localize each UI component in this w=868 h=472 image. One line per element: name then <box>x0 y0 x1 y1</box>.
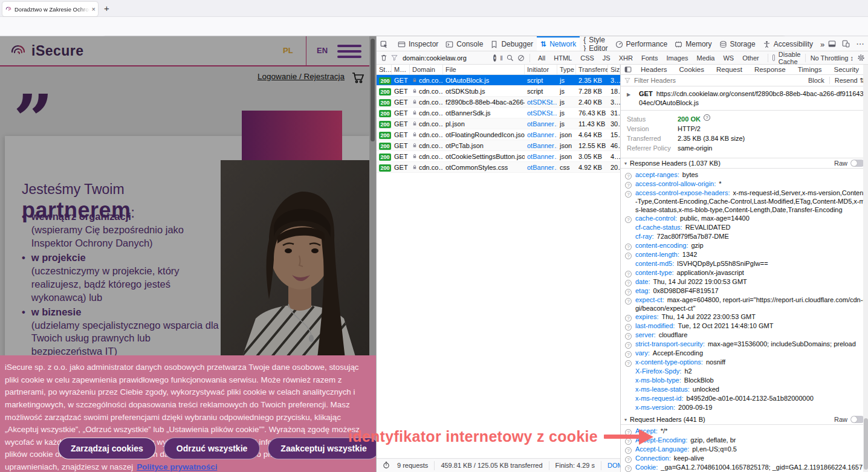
detail-tab-cookies[interactable]: Cookies <box>673 65 710 75</box>
detail-scrollbar-thumb[interactable] <box>864 418 868 470</box>
detail-tab-request[interactable]: Request <box>711 65 748 75</box>
header-row[interactable]: ? cache-control:public, max-age=14400 <box>621 214 868 223</box>
tab-inspector[interactable]: Inspector <box>394 36 442 51</box>
header-info-icon[interactable]: ? <box>625 182 632 189</box>
filter-headers-input[interactable] <box>633 76 806 85</box>
type-filter-pill[interactable]: All <box>534 54 549 62</box>
block-icon[interactable] <box>517 54 525 62</box>
pause-icon[interactable]: ‖ <box>500 54 503 62</box>
request-row[interactable]: 200 GET cdn.co… otCookieSettingsButton.j… <box>377 151 620 162</box>
sidebar-toggle-icon[interactable] <box>624 66 632 73</box>
header-info-icon[interactable]: ? <box>625 298 632 305</box>
initiator-cell[interactable]: script <box>525 75 557 85</box>
tab-accessibility[interactable]: Accessibility <box>759 36 817 51</box>
header-row[interactable]: ? Accept-Encoding:gzip, deflate, br <box>621 436 868 445</box>
header-row[interactable]: ? content-type:application/x-javascript <box>621 268 868 277</box>
header-row[interactable]: ? expires:Thu, 14 Jul 2022 23:00:53 GMT <box>621 312 868 322</box>
column-header[interactable]: Transferred <box>576 65 608 74</box>
type-filter-pill[interactable]: Fonts <box>638 54 662 62</box>
meatball-menu-icon[interactable]: ⋯ <box>856 39 864 48</box>
header-info-icon[interactable]: ? <box>625 253 632 259</box>
request-row[interactable]: 200 GET cdn.co… pl.json otBanner… js 11.… <box>377 118 620 129</box>
header-row[interactable]: ? vary:Accept-Encoding <box>621 349 868 358</box>
initiator-cell[interactable]: otSDKSt… <box>525 97 557 107</box>
initiator-cell[interactable]: otBanner… <box>525 162 557 172</box>
header-info-icon[interactable]: ? <box>625 280 632 286</box>
header-row[interactable]: ? content-md5:lSVHQDp8yLpS5h8SniPgIw== <box>621 259 868 268</box>
initiator-cell[interactable]: otBanner… <box>525 129 557 140</box>
type-filter-pill[interactable]: CSS <box>577 54 598 62</box>
header-row[interactable]: ? expect-ct:max-age=604800, report-uri="… <box>621 296 868 312</box>
tab-debugger[interactable]: Debugger <box>487 36 537 51</box>
column-header[interactable]: St… <box>377 65 392 74</box>
header-row[interactable]: ? x-ms-version:2009-09-19 <box>621 403 868 412</box>
header-info-icon[interactable]: ? <box>625 447 632 454</box>
reject-all-button[interactable]: Odrzuć wszystkie <box>164 438 261 459</box>
tab-memory[interactable]: Memory <box>671 36 715 51</box>
header-row[interactable]: ? Cookie:_ga=GA1.2.704861004.1657825178;… <box>621 463 868 472</box>
header-row[interactable]: ? date:Thu, 14 Jul 2022 19:00:53 GMT <box>621 277 868 286</box>
header-row[interactable]: ? access-control-expose-headers:x-ms-req… <box>621 189 868 214</box>
header-row[interactable]: ? cf-ray:72ac80f79f5a7b87-DME <box>621 232 868 241</box>
header-row[interactable]: ? last-modified:Tue, 12 Oct 2021 14:48:1… <box>621 322 868 331</box>
split-console-icon[interactable] <box>828 40 836 48</box>
header-info-icon[interactable]: ? <box>625 342 632 349</box>
header-info-icon[interactable]: ? <box>625 324 632 331</box>
tab-style-editor[interactable]: { } Style Editor <box>580 36 611 51</box>
response-headers-section[interactable]: ▾ Response Headers (1.037 KB) Raw <box>621 158 868 169</box>
detail-tab-security[interactable]: Security <box>829 65 865 75</box>
detail-tab-timings[interactable]: Timings <box>792 65 828 75</box>
browser-tab[interactable]: Doradztwo w Zakresie Ochrony Dany × <box>2 2 98 16</box>
tab-performance[interactable]: Performance <box>612 36 672 51</box>
header-info-icon[interactable]: ? <box>625 191 632 198</box>
throttling-select[interactable]: No Throttling ↕ <box>811 54 853 62</box>
header-info-icon[interactable]: ? <box>625 271 632 277</box>
tab-console[interactable]: Console <box>442 36 487 51</box>
pick-element-icon[interactable] <box>377 36 392 51</box>
initiator-cell[interactable]: otBanner… <box>525 151 557 161</box>
initiator-cell[interactable]: otBanner… <box>525 118 557 129</box>
request-row[interactable]: 200 GET cdn.co… otPcTab.json otBanner… j… <box>377 140 620 151</box>
header-info-icon[interactable]: ? <box>625 315 632 322</box>
header-info-icon[interactable]: ? <box>625 333 632 340</box>
request-row[interactable]: 200 GET cdn.co… OtAutoBlock.js script js… <box>377 75 620 86</box>
initiator-cell[interactable]: script <box>525 86 557 96</box>
header-info-icon[interactable]: ? <box>625 465 632 472</box>
responsive-mode-icon[interactable] <box>842 40 850 48</box>
request-row[interactable]: 200 GET cdn.co… otBannerSdk.js otSDKSt… … <box>377 108 620 118</box>
type-filter-pill[interactable]: Other <box>739 54 763 62</box>
type-filter-pill[interactable]: Images <box>662 54 691 62</box>
initiator-cell[interactable]: otBanner… <box>525 140 557 150</box>
request-headers-section[interactable]: ▾ Request Headers (441 B) Raw <box>621 415 868 425</box>
detail-tab-headers[interactable]: Headers <box>635 65 672 75</box>
type-filter-pill[interactable]: HTML <box>550 54 575 62</box>
type-filter-pill[interactable]: Media <box>693 54 719 62</box>
resend-button[interactable]: Resend ⇅ <box>835 77 865 85</box>
request-row[interactable]: 200 GET cdn.co… otCommonStyles.css otBan… <box>377 162 620 173</box>
header-row[interactable]: ? accept-ranges:bytes <box>621 170 868 179</box>
header-row[interactable]: ? etag:0x8D98D8F4F819517 <box>621 286 868 296</box>
header-row[interactable]: ? access-control-allow-origin:* <box>621 179 868 189</box>
column-header[interactable]: M… <box>392 65 410 74</box>
column-header[interactable]: File <box>443 65 525 74</box>
column-header[interactable]: Type <box>557 65 576 74</box>
detail-tab-response[interactable]: Response <box>749 65 791 75</box>
request-row[interactable]: 200 GET cdn.co… otSDKStub.js script js 7… <box>377 86 620 97</box>
clear-filter-icon[interactable]: × <box>493 54 496 62</box>
request-filter-input[interactable] <box>401 54 490 62</box>
header-row[interactable]: ? Connection:keep-alive <box>621 454 868 463</box>
request-row[interactable]: 200 GET cdn.co… otFloatingRoundedIcon.js… <box>377 129 620 140</box>
detail-scrollbar[interactable] <box>863 65 868 472</box>
column-header[interactable]: Initiator <box>525 65 557 74</box>
header-info-icon[interactable]: ? <box>625 173 632 179</box>
header-row[interactable]: ? content-length:1342 <box>621 250 868 259</box>
search-icon[interactable] <box>507 54 514 62</box>
header-row[interactable]: ? strict-transport-security:max-age=3153… <box>621 340 868 349</box>
manage-cookies-button[interactable]: Zarządzaj cookies <box>58 438 156 459</box>
header-row[interactable]: ? server:cloudflare <box>621 331 868 340</box>
request-row[interactable]: 200 GET cdn.co… f2890bc8-88eb-4bac-a266-… <box>377 97 620 108</box>
privacy-policy-link[interactable]: Polityce prywatności <box>137 462 217 471</box>
header-info-icon[interactable]: ? <box>625 289 632 296</box>
header-info-icon[interactable]: ? <box>625 360 632 367</box>
header-row[interactable]: ? Accept-Language:pl,en-US;q=0.5 <box>621 445 868 454</box>
